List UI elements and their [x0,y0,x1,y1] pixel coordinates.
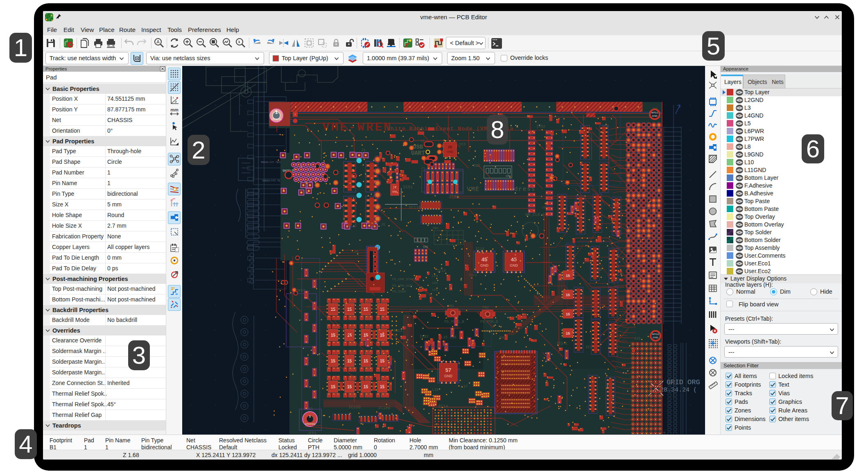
svg-text:GND: GND [447,150,453,153]
svg-text:GND: GND [444,374,453,378]
svg-text:UART: UART [411,150,425,156]
svg-text:GND: GND [653,336,658,339]
svg-text:15: 15 [380,359,385,363]
svg-text:r: r [173,96,174,100]
svg-text:SW1: SW1 [433,226,439,230]
svg-text:MTG2: MTG2 [652,333,659,335]
svg-text:PS_DONE: PS_DONE [392,290,406,293]
svg-text:IC51: IC51 [403,185,413,190]
svg-text:15: 15 [347,385,352,389]
svg-text:15: 15 [347,359,352,363]
svg-text:CHASSIS: CHASSIS [305,423,315,425]
svg-text:J2: J2 [420,139,425,143]
svg-text:IC3: IC3 [459,143,466,147]
svg-text:GND: GND [510,263,518,267]
svg-text:15: 15 [566,293,570,297]
svg-text:PRESS-FIT TE: PRESS-FIT TE [262,179,280,182]
svg-text:J7: J7 [421,166,425,170]
svg-text:15: 15 [380,385,385,389]
svg-text:45: 45 [511,256,517,263]
svg-text:IC108: IC108 [348,405,361,410]
svg-text:15: 15 [566,312,570,316]
svg-text:1: 1 [309,414,311,418]
svg-text:15: 15 [364,333,368,337]
svg-text:A: A [156,39,160,44]
svg-text:1: 1 [295,113,296,115]
svg-text:IC12: IC12 [437,269,446,273]
svg-text:GND: GND [480,263,489,267]
svg-text:15: 15 [380,333,385,337]
svg-text:J9: J9 [542,206,546,209]
svg-text:15: 15 [566,274,570,278]
svg-text:θ: θ [175,100,177,104]
svg-text:LD2: LD2 [432,281,438,285]
svg-text:ON: ON [423,245,428,249]
svg-text:IC14: IC14 [438,404,448,409]
svg-text:57: 57 [445,367,451,373]
svg-text:PS_POR_B: PS_POR_B [480,320,498,324]
svg-text:GRID ORG: GRID ORG [667,378,700,386]
svg-text:MTG1: MTG1 [651,111,658,114]
svg-text:IC22: IC22 [420,335,429,339]
svg-text:25: 25 [448,145,452,149]
svg-text:15: 15 [364,359,368,363]
svg-text:J5: J5 [381,223,385,227]
svg-text:15: 15 [347,333,352,337]
svg-text:15: 15 [331,385,336,389]
svg-text:PS_ERR_STATUS: PS_ERR_STATUS [392,277,418,281]
svg-text:IC110: IC110 [409,206,421,210]
svg-text:15: 15 [331,333,336,337]
svg-text:GND: GND [392,190,397,193]
svg-text:J1: J1 [361,148,366,152]
svg-text:15: 15 [331,359,336,363]
svg-text:15: 15 [364,385,368,389]
svg-text:45: 45 [481,256,487,263]
svg-text:GND: GND [652,115,658,117]
svg-text:J15: J15 [634,337,640,341]
svg-text:PS_ERR_OUT: PS_ERR_OUT [392,284,412,288]
svg-text:VME-WREN: VME-WREN [322,121,392,134]
svg-text:CHASSIS: CHASSIS [271,118,281,120]
svg-text:PRESS-FIT TECHN: PRESS-FIT TECHN [261,161,283,164]
svg-text:LD4: LD4 [432,274,438,278]
svg-text:mm: mm [170,107,179,112]
svg-text:ICS2: ICS2 [536,125,545,129]
svg-text:JFP2: JFP2 [307,431,316,434]
svg-text:DSC1: DSC1 [393,329,402,333]
svg-text:OSC3: OSC3 [469,273,477,277]
svg-text:1: 1 [275,109,278,115]
svg-text:L18: L18 [432,388,439,392]
